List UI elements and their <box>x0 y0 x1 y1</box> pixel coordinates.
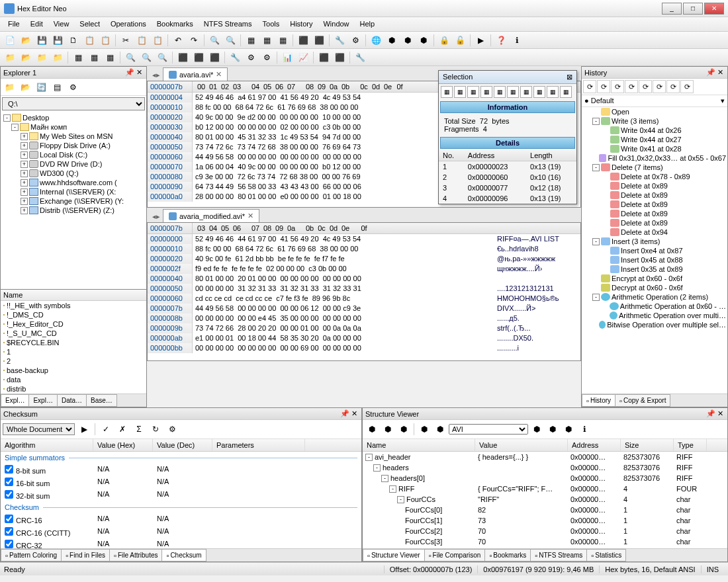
tab-close-icon[interactable]: ✕ <box>248 212 253 220</box>
sv-icon[interactable]: ⬢ <box>433 422 447 436</box>
menu-file[interactable]: File <box>3 17 25 31</box>
history-item[interactable]: Delete at 0x78 - 0x89 <box>582 172 727 181</box>
hex-row[interactable]: 0000002ff9 ed fe fe fe fe fe fe 02 00 00… <box>148 264 580 274</box>
history-item[interactable]: Decrypt at 0x60 - 0x6f <box>582 283 727 292</box>
toolbar-button[interactable]: ⬛ <box>175 50 190 65</box>
menu-view[interactable]: View <box>48 17 75 31</box>
sv-tab[interactable]: ▫Statistics <box>586 549 626 561</box>
selection-tool-icon[interactable]: ▦ <box>467 86 479 98</box>
struct-row[interactable]: -headers0x00000…825373076RIFF <box>363 462 727 473</box>
history-item[interactable]: Write 0x41 at 0x28 <box>582 144 727 153</box>
sv-icon[interactable]: ⬢ <box>396 422 411 436</box>
cs-icon[interactable]: ✗ <box>115 422 130 436</box>
toolbar-button[interactable]: ▦ <box>275 33 290 48</box>
explorer-tab[interactable]: Expl… <box>28 394 57 407</box>
tree-node[interactable]: +WD300 (Q:) <box>2 169 145 178</box>
toolbar-button[interactable]: ↶ <box>171 33 185 48</box>
toolbar-button[interactable]: 🔍 <box>155 50 169 65</box>
toolbar-button[interactable]: 🗋 <box>66 33 81 48</box>
sv-icon[interactable]: ⬢ <box>365 422 379 436</box>
selection-tool-icon[interactable]: ▦ <box>441 86 453 98</box>
list-item[interactable]: !_S_U_MC_CD <box>1 329 146 338</box>
struct-row[interactable]: -FourCCs"RIFF"0x00000…4char <box>363 494 727 505</box>
list-item[interactable]: data <box>1 375 146 384</box>
close-icon[interactable]: ✕ <box>715 409 725 418</box>
sv-tab[interactable]: ▫File Comparison <box>424 549 486 561</box>
selection-tool-icon[interactable]: ▦ <box>533 86 545 98</box>
history-item[interactable]: -Insert (3 items) <box>582 237 727 246</box>
toolbar-button[interactable]: 🔍 <box>139 50 154 65</box>
selection-row[interactable]: 30x000000770x12 (18) <box>439 183 576 193</box>
checksum-row[interactable]: 8-bit sumN/AN/A <box>1 464 361 476</box>
history-tool-icon[interactable]: ⟳ <box>597 80 610 93</box>
sv-tab[interactable]: ▫Bookmarks <box>484 549 531 561</box>
tree-node[interactable]: +Floppy Disk Drive (A:) <box>2 141 145 150</box>
toolbar-button[interactable]: 🌐 <box>369 33 383 48</box>
explorer-tab[interactable]: Expl… <box>1 394 29 407</box>
struct-row[interactable]: -headers[0]0x00000…825373076RIFF <box>363 473 727 483</box>
checksum-checkbox[interactable] <box>5 540 13 548</box>
pin-icon[interactable]: 📌 <box>706 409 715 418</box>
checksum-tab[interactable]: ▫Find in Files <box>61 549 110 561</box>
history-tool-icon[interactable]: ⟳ <box>611 80 624 93</box>
toolbar-button[interactable]: 📋 <box>98 33 113 48</box>
list-item[interactable]: $RECYCLE.BIN <box>1 338 146 347</box>
toolbar-button[interactable]: 📈 <box>296 50 310 65</box>
nav-icon[interactable]: 📂 <box>18 80 32 95</box>
toolbar-button[interactable]: 📄 <box>3 33 17 48</box>
toolbar-button[interactable]: ↷ <box>187 33 201 48</box>
toggle-icon[interactable]: + <box>21 161 28 168</box>
history-item[interactable]: Insert 0x45 at 0x88 <box>582 255 727 265</box>
list-item[interactable]: distrib <box>1 384 146 394</box>
toolbar-button[interactable]: ⬛ <box>316 50 331 65</box>
toggle-icon[interactable]: + <box>21 151 28 159</box>
list-item[interactable]: 1 <box>1 347 146 356</box>
toolbar-button[interactable]: 📂 <box>19 33 33 48</box>
sv-col[interactable]: Value <box>475 439 568 451</box>
struct-row[interactable]: -RIFF{ FourCCs="RIFF"; F…0x00000…4FOUR <box>363 483 727 494</box>
sv-icon[interactable]: ⬢ <box>417 422 432 436</box>
history-item[interactable]: Arithmetic Operation over multi… <box>582 311 727 320</box>
history-item[interactable]: Delete at 0x94 <box>582 228 727 237</box>
toggle-icon[interactable]: + <box>21 142 28 149</box>
history-list[interactable]: Open-Write (3 items)Write 0x44 at 0x26Wr… <box>582 107 727 394</box>
history-tool-icon[interactable]: ⟳ <box>666 80 680 93</box>
toolbar-button[interactable]: 🔒 <box>437 33 451 48</box>
tree-node[interactable]: +Exchange (\\SERVER) (Y: <box>2 196 145 206</box>
menu-edit[interactable]: Edit <box>25 17 48 31</box>
checksum-col[interactable]: Algorithm <box>1 439 93 451</box>
toolbar-button[interactable]: 💾 <box>50 33 65 48</box>
toggle-icon[interactable]: - <box>373 464 381 472</box>
toolbar-button[interactable]: 🔍 <box>123 50 138 65</box>
sv-col[interactable]: Name <box>363 439 475 451</box>
toolbar-button[interactable]: ▶ <box>473 33 488 48</box>
toolbar-button[interactable]: ⚙ <box>348 33 363 48</box>
selection-tool-icon[interactable]: ▦ <box>520 86 532 98</box>
toolbar-button[interactable]: 📁 <box>3 50 17 65</box>
toolbar-button[interactable]: ⬛ <box>191 50 206 65</box>
toggle-icon[interactable]: - <box>11 124 19 131</box>
tree-node[interactable]: +My Web Sites on MSN <box>2 132 145 141</box>
close-icon[interactable]: ✕ <box>349 409 359 418</box>
menu-select[interactable]: Select <box>74 17 105 31</box>
sv-tab[interactable]: ▫NTFS Streams <box>530 549 587 561</box>
history-item[interactable]: Open <box>582 107 727 116</box>
struct-row[interactable]: FourCCs[2]700x00000…1char <box>363 526 727 536</box>
prev-tab-icon[interactable]: ◂▸ <box>150 69 163 81</box>
history-item[interactable]: -Write (3 items) <box>582 116 727 126</box>
tree-node[interactable]: +www.hhdsoftware.com ( <box>2 178 145 187</box>
view-icon[interactable]: ▤ <box>50 80 64 95</box>
toggle-icon[interactable]: - <box>397 496 404 503</box>
checksum-checkbox[interactable] <box>5 527 13 536</box>
scheme-select[interactable]: AVI <box>449 424 528 435</box>
sv-tab[interactable]: ▫Structure Viewer <box>363 549 425 561</box>
history-tab[interactable]: ▫History <box>582 394 615 407</box>
explorer-tab[interactable]: Data… <box>57 394 87 407</box>
folder-tree[interactable]: -Desktop-Майн комп+My Web Sites on MSN+F… <box>1 112 146 289</box>
history-item[interactable]: Insert 0x35 at 0x89 <box>582 265 727 274</box>
list-item[interactable]: base-backup <box>1 366 146 375</box>
tree-node[interactable]: -Майн комп <box>2 122 145 132</box>
toggle-icon[interactable]: - <box>592 164 600 171</box>
toolbar-button[interactable]: ▦ <box>259 33 274 48</box>
file-tab-2[interactable]: avaria_modified.avi* ✕ <box>163 209 259 222</box>
